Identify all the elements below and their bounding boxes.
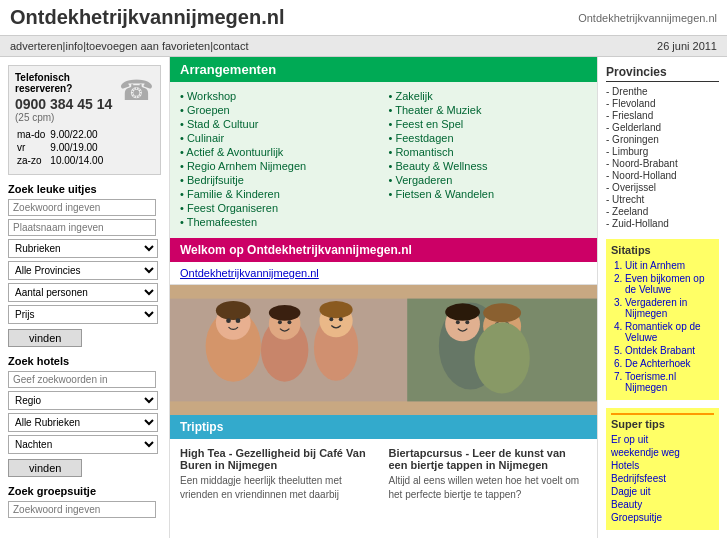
groep-keyword-input[interactable] bbox=[8, 501, 156, 518]
site-title-right[interactable]: Ontdekhetrijkvannijmegen.nl bbox=[578, 12, 717, 24]
supertip-item: weekendje weg bbox=[611, 447, 714, 458]
site-title[interactable]: Ontdekhetrijkvannijmegen.nl bbox=[10, 6, 285, 29]
keyword-input[interactable] bbox=[8, 199, 156, 216]
svg-point-3 bbox=[216, 301, 251, 320]
arrangementen-col2: ZakelijkTheater & MuziekFeest en SpelFee… bbox=[389, 90, 588, 230]
svg-point-21 bbox=[465, 320, 469, 324]
province-item: Zeeland bbox=[606, 206, 719, 217]
supertip-item: Dagje uit bbox=[611, 486, 714, 497]
province-item: Drenthe bbox=[606, 86, 719, 97]
center-content: Arrangementen WorkshopGroepenStad & Cult… bbox=[170, 57, 597, 538]
hours-row: vr 9.00/19.00 bbox=[17, 142, 106, 153]
arrangementen-col1: WorkshopGroepenStad & CultuurCulinairAct… bbox=[180, 90, 379, 230]
svg-point-13 bbox=[319, 301, 352, 318]
hours-table: ma-do 9.00/22.00 vr 9.00/19.00 za-zo 10.… bbox=[15, 127, 154, 168]
hotels-vinden-button[interactable]: vinden bbox=[8, 459, 82, 477]
supertip-item: Groepsuitje bbox=[611, 512, 714, 523]
triptip-item-1: High Tea - Gezelligheid bij Café Van Bur… bbox=[180, 447, 379, 502]
arrangement-item: Fietsen & Wandelen bbox=[389, 188, 588, 200]
triptips-header: Triptips bbox=[170, 415, 597, 439]
arrangement-item: Workshop bbox=[180, 90, 379, 102]
supertips-title: Super tips bbox=[611, 413, 714, 430]
personen-select[interactable]: Aantal personen bbox=[8, 283, 158, 302]
search-groep-box: Zoek groepsuitje bbox=[8, 485, 161, 518]
nav-info[interactable]: info bbox=[65, 40, 83, 52]
provincies-select[interactable]: Alle Provincies bbox=[8, 261, 158, 280]
svg-point-5 bbox=[236, 318, 241, 323]
arrangement-item: Actief & Avontuurlijk bbox=[180, 146, 379, 158]
provinces-title: Provincies bbox=[606, 65, 719, 82]
supertips-box: Super tips Er op uitweekendje wegHotelsB… bbox=[606, 408, 719, 530]
regio-select[interactable]: Regio bbox=[8, 391, 158, 410]
rubrieken-select[interactable]: Rubrieken bbox=[8, 239, 158, 258]
search-hotels-title: Zoek hotels bbox=[8, 355, 161, 367]
triptip-item-2: Biertapcursus - Leer de kunst van een bi… bbox=[389, 447, 588, 502]
prijs-select[interactable]: Prijs bbox=[8, 305, 158, 324]
welcome-content: Ontdekhetrijkvannijmegen.nl bbox=[170, 262, 597, 285]
navbar: adverteren | info | toevoegen aan favori… bbox=[0, 36, 727, 57]
supertip-item: Hotels bbox=[611, 460, 714, 471]
nav-links: adverteren | info | toevoegen aan favori… bbox=[10, 40, 249, 52]
arrangementen-body: WorkshopGroepenStad & CultuurCulinairAct… bbox=[170, 82, 597, 238]
sitatip-item: De Achterhoek bbox=[625, 358, 714, 369]
sitatip-item: Uit in Arnhem bbox=[625, 260, 714, 271]
province-item: Friesland bbox=[606, 110, 719, 121]
triptips-section: Triptips High Tea - Gezelligheid bij Caf… bbox=[170, 415, 597, 510]
nachten-select[interactable]: Nachten bbox=[8, 435, 158, 454]
sitatip-item: Even bijkomen op de Veluwe bbox=[625, 273, 714, 295]
arrangement-item: Themafeesten bbox=[180, 216, 379, 228]
arrangementen-header: Arrangementen bbox=[170, 57, 597, 82]
photo-area bbox=[170, 285, 597, 415]
province-item: Utrecht bbox=[606, 194, 719, 205]
uitjes-vinden-button[interactable]: vinden bbox=[8, 329, 82, 347]
supertip-item: Beauty bbox=[611, 499, 714, 510]
provinces-list: DrentheFlevolandFrieslandGelderlandGroni… bbox=[606, 86, 719, 229]
hotel-keyword-input[interactable] bbox=[8, 371, 156, 388]
hours-row: za-zo 10.00/14.00 bbox=[17, 155, 106, 166]
province-item: Overijssel bbox=[606, 182, 719, 193]
alle-rubrieken-select[interactable]: Alle Rubrieken bbox=[8, 413, 158, 432]
arrangement-item: Feest Organiseren bbox=[180, 202, 379, 214]
triptip-title-2: Biertapcursus - Leer de kunst van een bi… bbox=[389, 447, 588, 471]
province-item: Groningen bbox=[606, 134, 719, 145]
nav-favorieten[interactable]: toevoegen aan favorieten bbox=[86, 40, 210, 52]
province-item: Flevoland bbox=[606, 98, 719, 109]
arrangementen-section: Arrangementen WorkshopGroepenStad & Cult… bbox=[170, 57, 597, 238]
search-groep-title: Zoek groepsuitje bbox=[8, 485, 161, 497]
triptip-title-1: High Tea - Gezelligheid bij Café Van Bur… bbox=[180, 447, 379, 471]
main-content: Telefonisch reserveren? 0900 384 45 14 (… bbox=[0, 57, 727, 538]
sitatip-item: Vergaderen in Nijmegen bbox=[625, 297, 714, 319]
supertip-item: Bedrijfsfeest bbox=[611, 473, 714, 484]
hours-row: ma-do 9.00/22.00 bbox=[17, 129, 106, 140]
phone-rate: (25 cpm) bbox=[15, 112, 119, 123]
phone-title: Telefonisch reserveren? bbox=[15, 72, 119, 94]
svg-point-14 bbox=[329, 317, 333, 321]
page-header: Ontdekhetrijkvannijmegen.nl Ontdekhetrij… bbox=[0, 0, 727, 36]
phone-icon: ☎ bbox=[119, 74, 154, 107]
sitatip-item: Romantiek op de Veluwe bbox=[625, 321, 714, 343]
phone-box: Telefonisch reserveren? 0900 384 45 14 (… bbox=[8, 65, 161, 175]
svg-point-26 bbox=[474, 322, 529, 393]
sitatip-item: Ontdek Brabant bbox=[625, 345, 714, 356]
arrangement-item: Theater & Muziek bbox=[389, 104, 588, 116]
sitatips-box: Sitatips Uit in ArnhemEven bijkomen op d… bbox=[606, 239, 719, 400]
nav-contact[interactable]: contact bbox=[213, 40, 248, 52]
svg-point-23 bbox=[483, 303, 521, 322]
svg-point-4 bbox=[226, 318, 231, 323]
arrangement-item: Culinair bbox=[180, 132, 379, 144]
arrangement-item: Bedrijfsuitje bbox=[180, 174, 379, 186]
search-hotels-box: Zoek hotels Regio Alle Rubrieken Nachten… bbox=[8, 355, 161, 477]
sitatip-item: Toerisme.nl Nijmegen bbox=[625, 371, 714, 393]
arrangement-item: Vergaderen bbox=[389, 174, 588, 186]
svg-point-20 bbox=[456, 320, 460, 324]
arrangement-item: Feestdagen bbox=[389, 132, 588, 144]
welcome-link[interactable]: Ontdekhetrijkvannijmegen.nl bbox=[180, 267, 319, 279]
place-input[interactable] bbox=[8, 219, 156, 236]
arrangement-item: Romantisch bbox=[389, 146, 588, 158]
arrangement-item: Familie & Kinderen bbox=[180, 188, 379, 200]
nav-adverteren[interactable]: adverteren bbox=[10, 40, 63, 52]
sitatips-title: Sitatips bbox=[611, 244, 714, 256]
arrangement-item: Beauty & Wellness bbox=[389, 160, 588, 172]
triptips-body: High Tea - Gezelligheid bij Café Van Bur… bbox=[170, 439, 597, 510]
left-sidebar: Telefonisch reserveren? 0900 384 45 14 (… bbox=[0, 57, 170, 538]
